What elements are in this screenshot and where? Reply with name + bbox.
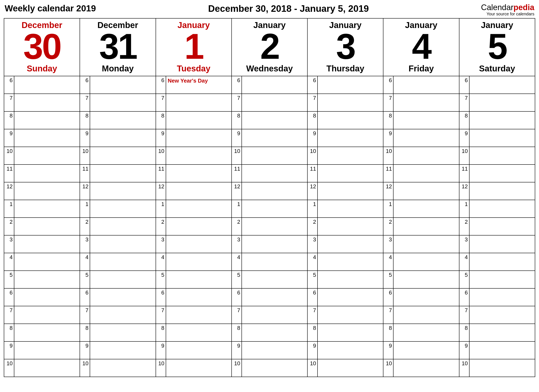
hour-label: 11 [383, 165, 393, 172]
hour-cell: 5 [383, 271, 459, 288]
hour-label: 7 [232, 307, 241, 314]
hour-label: 12 [383, 183, 393, 190]
hour-label: 4 [459, 254, 469, 261]
hour-label: 7 [80, 95, 90, 101]
hour-label: 4 [383, 254, 393, 261]
hour-label: 9 [232, 130, 241, 137]
page-header: Weekly calendar 2019 December 30, 2018 -… [4, 3, 535, 18]
hour-label: 9 [156, 343, 166, 349]
hour-cell: 8 [383, 111, 459, 129]
hour-cell: 9 [232, 129, 307, 147]
hour-cell: 2 [459, 218, 535, 235]
hour-label: 10 [308, 148, 317, 154]
hour-cell: 6 [383, 288, 459, 306]
hour-label: 5 [156, 272, 166, 278]
hour-cell: 7 [459, 306, 535, 324]
hour-cell: 10 [232, 359, 307, 377]
day-header: January5Saturday [459, 18, 535, 76]
hour-cell: 9 [156, 341, 232, 359]
hour-cell: 5 [232, 271, 307, 288]
hour-label: 10 [308, 360, 317, 367]
hour-label: 8 [383, 112, 393, 119]
hour-label: 4 [4, 254, 14, 261]
hour-label: 2 [4, 219, 14, 225]
hour-label: 6 [232, 77, 241, 84]
hour-label: 2 [459, 219, 469, 225]
hour-cell: 12 [4, 182, 80, 200]
hour-cell: 1 [232, 200, 307, 218]
hour-cell: 8 [156, 111, 232, 129]
hour-label: 9 [308, 130, 317, 137]
hour-row: 5555555 [4, 271, 535, 288]
hour-label: 6 [232, 289, 241, 296]
day-header-weekday: Thursday [309, 64, 381, 73]
hour-cell: 5 [459, 271, 535, 288]
hour-label: 7 [4, 95, 14, 101]
hour-cell: 5 [156, 271, 232, 288]
hour-label: 10 [4, 360, 14, 367]
hour-cell: 3 [80, 235, 156, 253]
hour-cell: 9 [80, 129, 156, 147]
hour-row: 2222222 [4, 218, 535, 235]
hour-cell: 8 [383, 324, 459, 341]
hour-cell: 4 [383, 253, 459, 271]
hour-label: 11 [232, 165, 241, 172]
hour-label: 7 [308, 95, 317, 101]
hour-label: 2 [232, 219, 241, 225]
hour-cell: 11 [307, 165, 383, 182]
hour-cell: 12 [80, 182, 156, 200]
day-header: December30Sunday [4, 18, 80, 76]
hour-cell: 4 [80, 253, 156, 271]
day-header-weekday: Friday [385, 64, 457, 73]
hour-cell: 7 [4, 94, 80, 111]
hour-label: 10 [383, 360, 393, 367]
hour-cell: 7 [232, 306, 307, 324]
hour-cell: 4 [156, 253, 232, 271]
hour-cell: 10 [383, 359, 459, 377]
day-header-number: 30 [6, 29, 78, 64]
brand-part-b: pedia [514, 3, 534, 12]
hour-label: 7 [383, 307, 393, 314]
hour-label: 2 [156, 219, 166, 225]
hour-cell: 9 [4, 341, 80, 359]
hour-cell: 7 [156, 306, 232, 324]
hour-cell: 8 [232, 111, 307, 129]
hour-label: 6 [383, 77, 393, 84]
day-header-number: 1 [158, 29, 230, 64]
hour-label: 8 [156, 112, 166, 119]
hour-label: 5 [232, 272, 241, 278]
brand-tagline: Your source for calendars [481, 12, 534, 16]
hour-label: 8 [459, 112, 469, 119]
hour-cell: 12 [307, 182, 383, 200]
hour-label: 8 [80, 112, 90, 119]
hour-cell: 12 [459, 182, 535, 200]
hour-label: 2 [80, 219, 90, 225]
hour-cell: 6 [232, 288, 307, 306]
hour-label: 6 [80, 77, 90, 84]
hour-cell: 6 [232, 76, 307, 94]
hour-cell: 8 [307, 324, 383, 341]
hour-label: 6 [459, 289, 469, 296]
hour-cell: 6New Year's Day [156, 76, 232, 94]
hour-row: 7777777 [4, 306, 535, 324]
day-header-weekday: Saturday [461, 64, 533, 73]
hour-label: 4 [232, 254, 241, 261]
day-header-row: December30SundayDecember31MondayJanuary1… [4, 18, 535, 76]
hour-cell: 9 [4, 129, 80, 147]
hour-label: 11 [4, 165, 14, 172]
hour-label: 7 [459, 307, 469, 314]
hour-label: 8 [308, 325, 317, 331]
hour-cell: 6 [459, 288, 535, 306]
day-header-number: 31 [82, 29, 154, 64]
hour-row: 3333333 [4, 235, 535, 253]
hour-label: 5 [383, 272, 393, 278]
hour-cell: 1 [80, 200, 156, 218]
hour-cell: 9 [232, 341, 307, 359]
hour-cell: 10 [80, 147, 156, 165]
hour-cell: 1 [4, 200, 80, 218]
hour-label: 7 [4, 307, 14, 314]
hour-label: 6 [308, 77, 317, 84]
hour-cell: 9 [307, 341, 383, 359]
hour-cell: 6 [383, 76, 459, 94]
hour-label: 7 [459, 95, 469, 101]
